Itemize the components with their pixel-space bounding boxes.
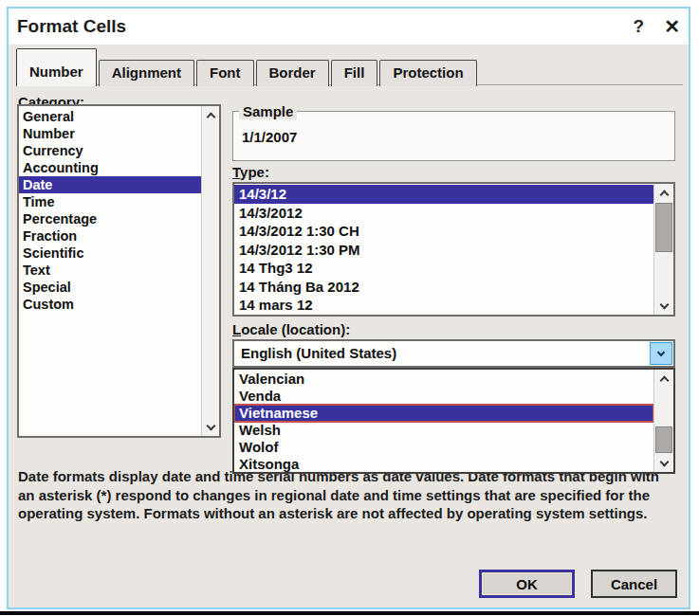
- category-listbox: GeneralNumberCurrencyAccountingDateTimeP…: [17, 104, 221, 438]
- page-rule: [0, 611, 699, 615]
- locale-option[interactable]: Wolof: [234, 439, 653, 456]
- scroll-down-icon[interactable]: [202, 419, 219, 436]
- locale-option[interactable]: Xitsonga: [234, 456, 653, 472]
- type-listbox: 14/3/1214/3/201214/3/2012 1:30 CH14/3/20…: [232, 182, 675, 317]
- category-item[interactable]: Fraction: [19, 227, 201, 245]
- tab-strip: Number Alignment Font Border Fill Protec…: [16, 47, 683, 85]
- sample-value: 1/1/2007: [242, 129, 297, 145]
- tab-border[interactable]: Border: [256, 60, 329, 86]
- type-item[interactable]: 14/3/2012: [234, 204, 653, 223]
- locale-options: ValencianVendaVietnameseWelshWolofXitson…: [234, 370, 653, 472]
- locale-option[interactable]: Venda: [234, 388, 653, 405]
- scrollbar-thumb[interactable]: [655, 426, 672, 453]
- tab-protection[interactable]: Protection: [379, 60, 476, 86]
- locale-option[interactable]: Valencian: [234, 371, 653, 388]
- locale-label: Locale (location):: [232, 321, 350, 337]
- type-scrollbar[interactable]: [653, 184, 673, 315]
- dropdown-button[interactable]: [650, 342, 672, 365]
- format-cells-dialog: Format Cells ? ✕ Number Alignment Font B…: [7, 7, 690, 609]
- tab-fill[interactable]: Fill: [331, 60, 378, 86]
- locale-option[interactable]: Welsh: [234, 422, 653, 439]
- category-item[interactable]: Date: [19, 176, 201, 193]
- sample-label: Sample: [239, 103, 297, 119]
- category-item[interactable]: Number: [19, 125, 201, 142]
- category-item[interactable]: Text: [19, 262, 201, 279]
- tab-alignment[interactable]: Alignment: [99, 60, 194, 86]
- type-item[interactable]: 14 mars 12: [234, 296, 653, 315]
- titlebar[interactable]: Format Cells ? ✕: [9, 9, 689, 45]
- sample-groupbox: Sample 1/1/2007: [232, 111, 675, 161]
- type-item[interactable]: 14 Tháng Ba 2012: [234, 278, 653, 297]
- description-line: an asterisk (*) respond to changes in re…: [18, 486, 659, 505]
- help-icon[interactable]: ?: [633, 9, 644, 45]
- category-item[interactable]: General: [19, 108, 201, 125]
- page: Format Cells ? ✕ Number Alignment Font B…: [0, 0, 699, 616]
- scroll-down-icon[interactable]: [654, 298, 673, 315]
- locale-value: English (United States): [241, 341, 396, 366]
- category-rows: GeneralNumberCurrencyAccountingDateTimeP…: [19, 106, 201, 436]
- close-icon[interactable]: ✕: [664, 9, 680, 45]
- scrollbar-thumb[interactable]: [655, 203, 672, 252]
- tab-font[interactable]: Font: [196, 60, 253, 86]
- type-item[interactable]: 14 Thg3 12: [234, 259, 653, 278]
- locale-option[interactable]: Vietnamese: [234, 405, 653, 422]
- category-item[interactable]: Scientific: [19, 245, 201, 262]
- category-scrollbar[interactable]: [201, 106, 219, 436]
- scroll-up-icon[interactable]: [654, 370, 673, 387]
- type-item[interactable]: 14/3/2012 1:30 PM: [234, 241, 653, 260]
- dialog-title: Format Cells: [17, 9, 126, 45]
- locale-combobox[interactable]: English (United States): [232, 339, 675, 368]
- description-line: operating system. Formats without an ast…: [18, 504, 659, 523]
- cancel-button[interactable]: Cancel: [591, 570, 677, 598]
- chevron-down-icon: [657, 349, 665, 356]
- type-item[interactable]: 14/3/12: [234, 185, 653, 204]
- scroll-down-icon[interactable]: [654, 455, 673, 472]
- category-item[interactable]: Accounting: [19, 159, 201, 176]
- locale-dropdown-list: ValencianVendaVietnameseWelshWolofXitson…: [232, 368, 675, 474]
- category-item[interactable]: Time: [19, 193, 201, 210]
- category-item[interactable]: Currency: [19, 142, 201, 159]
- description-text: Date formats display date and time seria…: [18, 467, 659, 523]
- category-item[interactable]: Custom: [19, 296, 201, 313]
- type-label: Type:: [232, 164, 269, 180]
- scroll-up-icon[interactable]: [654, 184, 673, 201]
- ok-button[interactable]: OK: [479, 570, 575, 598]
- category-item[interactable]: Percentage: [19, 210, 201, 227]
- category-item[interactable]: Special: [19, 279, 201, 296]
- scroll-up-icon[interactable]: [202, 106, 219, 123]
- type-rows: 14/3/1214/3/201214/3/2012 1:30 CH14/3/20…: [234, 184, 653, 315]
- dropdown-scrollbar[interactable]: [653, 370, 673, 472]
- tab-number[interactable]: Number: [16, 48, 97, 86]
- type-item[interactable]: 14/3/2012 1:30 CH: [234, 222, 653, 241]
